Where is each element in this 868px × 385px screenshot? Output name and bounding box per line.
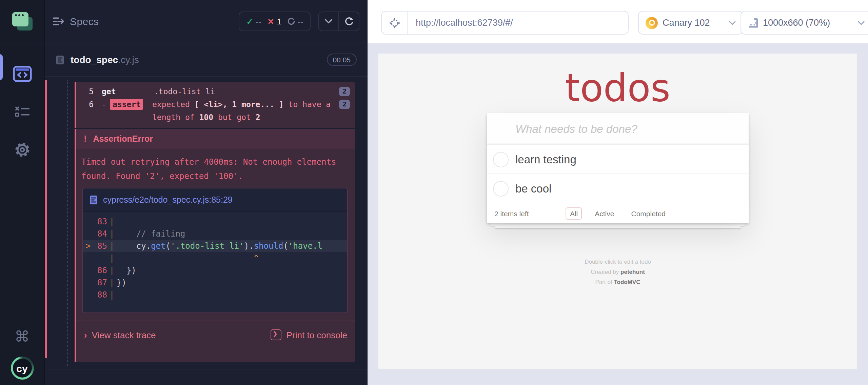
app-logo-button[interactable]	[0, 0, 44, 43]
spec-file-icon	[56, 55, 64, 65]
todomvc-link[interactable]: TodoMVC	[614, 279, 640, 285]
browser-select-label: Canary 102	[663, 18, 710, 28]
assert-expected-length: 100	[199, 113, 213, 122]
gear-icon	[14, 142, 30, 158]
error-footer: › View stack trace ❯ Print to console	[76, 321, 355, 348]
assert-dash: -	[102, 98, 106, 124]
code-line-83: 83|	[83, 216, 347, 228]
code-frame-header: cypress/e2e/todo_spec.cy.js:85:29	[83, 188, 347, 212]
code-token: })	[117, 264, 136, 277]
console-chevron: ❯	[273, 331, 277, 337]
code-frame-file-link[interactable]: cypress/e2e/todo_spec.cy.js:85:29	[103, 195, 233, 205]
cypress-logo-text: cy	[13, 359, 32, 378]
error-name: AssertionError	[93, 134, 153, 144]
refresh-icon	[344, 17, 354, 26]
code-token: get	[151, 240, 165, 252]
todo-footer: 2 items left All Active Completed	[487, 203, 749, 223]
new-todo-input[interactable]	[487, 113, 749, 144]
view-stack-trace-button[interactable]: › View stack trace	[84, 330, 156, 340]
x-icon: ✕	[268, 17, 274, 26]
url-input[interactable]: http://localhost:62739/#/	[416, 18, 513, 28]
error-block: ! AssertionError Timed out retrying afte…	[75, 129, 355, 362]
nav-item-settings[interactable]	[0, 131, 44, 169]
viewport-select[interactable]: 1000x660 (70%)	[741, 11, 868, 35]
collapse-all-button[interactable]	[319, 12, 338, 31]
browser-select[interactable]: Canary 102	[638, 11, 743, 35]
browser-header: http://localhost:62739/#/ Canary 102 100…	[368, 0, 868, 44]
gutter-pipe: |	[107, 264, 117, 277]
gutter-pipe: |	[107, 277, 117, 289]
line-number: 84	[94, 228, 107, 240]
todo-toggle-checkbox[interactable]	[493, 152, 509, 167]
failed-test-indicator	[45, 80, 47, 358]
chevron-down-icon	[858, 21, 865, 25]
aut-iframe: todos learn testing be cool 2 items left…	[378, 54, 857, 369]
rerun-tests-button[interactable]	[338, 12, 359, 31]
code-line-86: 86| })	[83, 264, 347, 277]
reporter-controls	[318, 12, 359, 31]
todo-item: be cool	[487, 174, 749, 203]
passed-count: --	[256, 17, 261, 26]
specs-browser-code-icon	[13, 66, 32, 82]
specs-menu-icon[interactable]	[53, 17, 64, 26]
chevron-down-icon	[729, 21, 736, 25]
assert-text: expected	[152, 100, 195, 109]
line-number: 87	[94, 277, 107, 289]
test-indent-guide	[67, 80, 68, 366]
reporter-header: Specs ✓ -- ✕ 1 --	[45, 0, 368, 43]
command-row-assert[interactable]: 6 - assert expected [ <li>, 1 more... ] …	[76, 98, 355, 124]
command-count-badge: 2	[339, 100, 350, 109]
code-token: cy.	[117, 240, 151, 252]
assert-actual-length: 2	[256, 113, 260, 122]
command-number: 6	[79, 98, 94, 124]
author-link[interactable]: petehunt	[620, 268, 645, 275]
code-token: should	[254, 240, 283, 252]
spec-file-header[interactable]: todo_spec.cy.js 00:05	[45, 43, 368, 77]
command-count-badge: 2	[339, 87, 350, 96]
nav-item-runs[interactable]	[0, 93, 44, 131]
view-stack-trace-label: View stack trace	[92, 330, 156, 340]
gutter-pipe: |	[107, 289, 117, 301]
assert-message: expected [ <li>, 1 more... ] to have a l…	[152, 98, 339, 124]
chevron-right-icon: ›	[84, 330, 87, 340]
error-message: Timed out retrying after 4000ms: Not eno…	[76, 149, 355, 184]
code-token: // failing	[117, 228, 185, 240]
nav-item-specs[interactable]	[0, 55, 44, 93]
app-info-footer: Double-click to edit a todo Created by p…	[378, 257, 857, 287]
code-line-87: 87|})	[83, 277, 347, 289]
gutter-pipe: |	[107, 228, 117, 240]
reporter-bottom-divider	[45, 369, 368, 369]
console-icon: ❯	[271, 329, 282, 340]
gutter-pipe: |	[107, 240, 117, 252]
chrome-canary-icon	[646, 17, 658, 29]
code-token: ).	[244, 240, 254, 252]
todos-title: todos	[378, 54, 857, 108]
gutter-pipe: |	[107, 216, 117, 228]
error-header: ! AssertionError	[76, 129, 355, 149]
selector-playground-button[interactable]	[382, 12, 408, 34]
todo-toggle-checkbox[interactable]	[493, 181, 509, 197]
todo-label[interactable]: learn testing	[515, 153, 576, 166]
cypress-logo[interactable]: cy	[11, 357, 34, 380]
code-line-85: >85| cy.get('.todo-list li').should('hav…	[83, 240, 347, 252]
code-line-88: 88|	[83, 289, 347, 301]
keyboard-shortcuts-button[interactable]: ⌘	[15, 329, 29, 344]
filter-completed[interactable]: Completed	[627, 207, 670, 219]
pending-count: --	[298, 17, 303, 26]
spec-timer-badge: 00:05	[327, 54, 357, 66]
filter-active[interactable]: Active	[591, 207, 618, 219]
url-bar: http://localhost:62739/#/	[381, 11, 629, 35]
print-to-console-button[interactable]: ❯ Print to console	[271, 329, 347, 340]
info-text: Part of	[595, 279, 614, 285]
todo-label[interactable]: be cool	[515, 182, 551, 195]
info-text: Created by	[591, 268, 620, 275]
filter-all[interactable]: All	[566, 207, 582, 219]
spec-name: todo_spec	[71, 54, 118, 65]
stacked-sheet	[495, 226, 741, 228]
code-frame-body: 83| 84| // failing >85| cy.get('.todo-li…	[83, 212, 347, 301]
test-results-list-icon	[14, 106, 30, 118]
command-row-get[interactable]: 5 get .todo-list li 2	[76, 85, 355, 98]
line-number: 83	[94, 216, 107, 228]
reporter-title: Specs	[70, 16, 99, 27]
file-icon	[90, 195, 98, 205]
